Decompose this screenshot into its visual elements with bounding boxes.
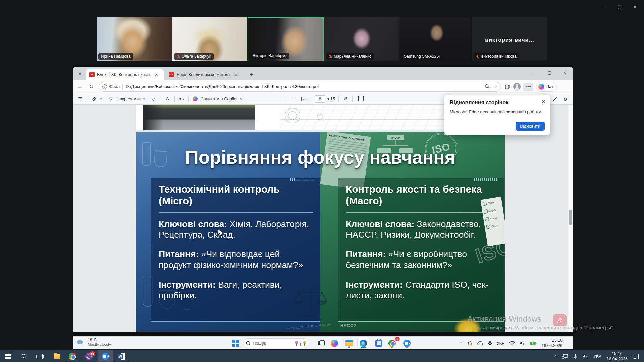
video-tile[interactable]: Samsung SM-A225F — [399, 17, 471, 61]
copilot-icon[interactable] — [191, 95, 200, 103]
page-number-input[interactable]: 8 — [315, 95, 325, 103]
file-explorer-button[interactable] — [343, 338, 355, 348]
maximize-icon[interactable]: ▢ — [542, 67, 557, 78]
new-tab-button[interactable]: + — [247, 71, 255, 79]
weather-widget[interactable]: 18°C Mostly cloudy — [76, 338, 111, 346]
video-tile[interactable]: Ирина Немцова — [97, 17, 172, 61]
open-in-acrobat-button[interactable] — [553, 314, 567, 326]
copilot-chat-button[interactable]: Чат — [536, 82, 557, 92]
zoom-out-icon[interactable]: − — [280, 95, 288, 103]
zoom-app-button[interactable] — [401, 338, 413, 348]
chrome-icon — [69, 353, 76, 360]
video-tile-no-video[interactable]: виктория вичи... виктория вичикова — [472, 17, 547, 61]
caret-down-icon[interactable]: ∨ — [240, 97, 242, 101]
tab-pdf-active[interactable]: PDF Блок_ТХК_Контроль якості.pdf ✕ — [86, 69, 164, 80]
pdf-scrollbar[interactable] — [568, 105, 573, 332]
start-button[interactable] — [1, 350, 15, 362]
microphone-icon[interactable] — [488, 341, 492, 346]
chrome-button[interactable] — [65, 350, 80, 362]
clock[interactable]: 15:16 16.04.2026 — [541, 338, 562, 348]
more-menu-icon[interactable]: ••• — [523, 83, 533, 91]
volume-icon[interactable] — [520, 341, 525, 345]
read-aloud-icon[interactable]: A — [163, 95, 172, 103]
rotate-icon[interactable]: ↺ — [341, 95, 350, 103]
highlighter-icon[interactable] — [90, 95, 98, 103]
battery-icon[interactable] — [529, 341, 537, 345]
onedrive-cloud-icon[interactable] — [477, 341, 483, 345]
draw-pen-icon[interactable]: ▽ — [107, 95, 115, 103]
settings-gear-icon[interactable]: ⚙ — [561, 95, 570, 103]
copilot-chat-label: Чат — [546, 84, 553, 89]
network-icon[interactable] — [562, 354, 568, 359]
folder-icon — [54, 354, 60, 359]
pdf-viewport[interactable]: REGULATORY DOCUMENT HACCP ISO По — [73, 105, 568, 332]
weather-desc: Mostly cloudy — [88, 342, 111, 346]
toc-icon[interactable]: ☰ — [76, 95, 85, 103]
draw-label[interactable]: Накреслити — [117, 96, 141, 101]
caret-down-icon[interactable]: ∨ — [143, 97, 145, 101]
profile-avatar[interactable] — [513, 83, 521, 90]
volume-icon[interactable] — [583, 354, 588, 359]
video-tile-active-speaker[interactable]: Вікторія Варибрус — [248, 17, 324, 61]
zoom-in-icon[interactable]: + — [290, 95, 299, 103]
corner-decor — [290, 178, 314, 181]
search-zoom-icon[interactable] — [485, 84, 490, 89]
copilot-365-button[interactable] — [329, 338, 340, 348]
task-view-button[interactable] — [315, 338, 327, 348]
maximize-icon[interactable]: ▢ — [612, 2, 627, 11]
file-explorer-button[interactable] — [50, 350, 64, 362]
tab-close-icon[interactable]: ✕ — [154, 72, 159, 77]
wifi-icon[interactable] — [509, 341, 515, 345]
minimize-icon[interactable]: — — [527, 67, 542, 78]
hidden-icons-caret[interactable]: ^ — [461, 341, 463, 346]
viber-button[interactable]: 86 — [82, 350, 96, 362]
scales-decor — [293, 285, 327, 323]
kitchen-photo — [143, 105, 255, 130]
ask-copilot-label[interactable]: Запитати в Copilot — [201, 96, 238, 101]
hidden-icons-caret[interactable]: ^ — [554, 354, 556, 359]
tab-close-icon[interactable]: ✕ — [233, 72, 239, 77]
zoom-app-button-active[interactable] — [98, 350, 113, 362]
start-button[interactable] — [230, 338, 241, 348]
close-icon[interactable]: ✕ — [557, 67, 572, 78]
word-button[interactable]: W — [114, 350, 129, 362]
close-icon[interactable]: ✕ — [541, 99, 545, 104]
edge-button-active[interactable] — [358, 338, 369, 348]
language-indicator[interactable]: УКР — [497, 341, 505, 346]
search-button[interactable] — [17, 350, 32, 362]
caret-down-icon[interactable]: ∨ — [100, 97, 102, 101]
microphone-icon[interactable] — [573, 354, 577, 359]
translate-icon[interactable]: аѣ — [177, 95, 186, 103]
scrollbar-thumb[interactable] — [569, 210, 572, 225]
eraser-icon[interactable]: ◇ — [150, 95, 158, 103]
task-view-button[interactable] — [32, 350, 47, 362]
collections-icon[interactable] — [504, 84, 511, 89]
minimize-icon[interactable]: — — [596, 2, 612, 11]
microsoft-store-button[interactable] — [373, 338, 384, 348]
tray-date: 16.04.2026 — [606, 357, 628, 361]
tab-search-icon[interactable]: ∨ — [76, 70, 85, 78]
back-icon[interactable]: ← — [75, 82, 85, 92]
expand-icon[interactable] — [551, 95, 559, 103]
clock[interactable]: 15:16 16.04.2026 — [606, 351, 628, 362]
sync-icon[interactable] — [467, 341, 473, 346]
fit-width-icon[interactable]: ↔ — [300, 95, 309, 103]
language-indicator[interactable]: УКР — [593, 354, 601, 359]
local-taskbar: 86 W ^ УКР 15:16 16.04.2026 — [0, 350, 644, 362]
video-tile[interactable]: Ольга Захарчук — [172, 17, 247, 61]
refresh-icon[interactable]: ↻ — [87, 82, 96, 92]
taskbar-search-input[interactable]: Пошук — [243, 338, 309, 348]
video-tile[interactable]: Марьяна Чикаленко — [324, 17, 399, 61]
copilot-icon — [331, 340, 338, 347]
page-info-icon[interactable]: i — [102, 84, 107, 89]
participant-name: Ирина Немцова — [101, 54, 131, 59]
url-field[interactable]: i Файл D:/Дисципліни/Вибіркові%20компоне… — [99, 82, 501, 92]
action-center-icon[interactable] — [633, 354, 639, 359]
chrome-button[interactable]: 8 — [386, 338, 398, 348]
tab-pdf-inactive[interactable]: PDF Блок_Кондитерське митецтво_.pd ✕ — [166, 69, 244, 80]
favorite-star-icon[interactable]: ☆ — [493, 84, 497, 90]
page-view-icon[interactable] — [355, 95, 364, 103]
search-highlight-tulip-icon — [303, 341, 306, 346]
restore-button[interactable]: Відновити — [516, 122, 545, 131]
close-icon[interactable]: ✕ — [627, 2, 643, 11]
